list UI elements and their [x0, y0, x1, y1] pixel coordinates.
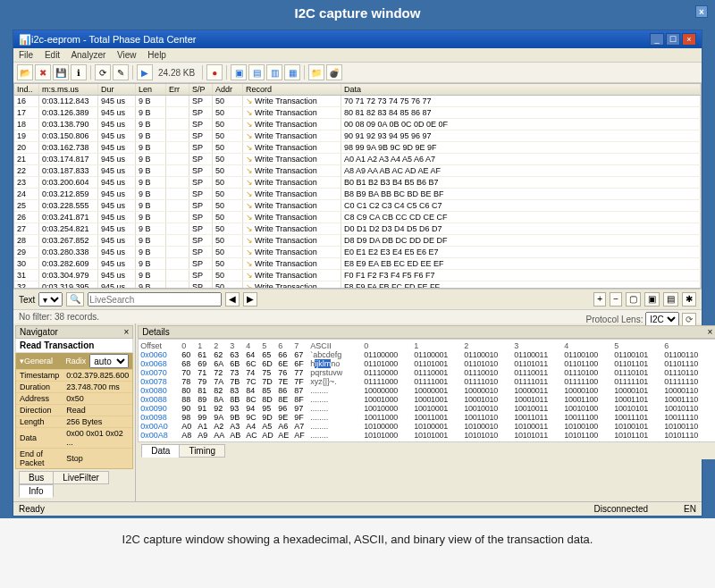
- nav-tab[interactable]: Bus: [19, 471, 54, 484]
- grid-row[interactable]: 310:03.304.979945 us9 BSP50Write Transac…: [14, 270, 701, 281]
- app-window: 📊 i2c-eeprom - Total Phase Data Center _…: [13, 29, 702, 517]
- hex-row[interactable]: 0x00606061626364656667`abcdefg0110000001…: [140, 350, 714, 359]
- grid-row[interactable]: 320:03.319.395945 us9 BSP50Write Transac…: [14, 281, 701, 289]
- grid-header[interactable]: Data: [341, 84, 701, 95]
- grid-row[interactable]: 250:03.228.555945 us9 BSP50Write Transac…: [14, 200, 701, 212]
- hex-row[interactable]: 0x00707071727374757677pqrstuvw0111000001…: [140, 368, 714, 377]
- hex-row[interactable]: 0x006868696A6B6C6D6E6Fhijklmno0110100001…: [140, 359, 714, 368]
- grid-header[interactable]: Err: [166, 84, 189, 95]
- menu-analyzer[interactable]: Analyzer: [71, 50, 105, 60]
- grid-row[interactable]: 280:03.267.852945 us9 BSP50Write Transac…: [14, 235, 701, 247]
- hex-row[interactable]: 0x007878797A7B7C7D7E7Fxyz{|}~.0111100001…: [140, 377, 714, 386]
- navigator-close-icon[interactable]: ×: [123, 327, 129, 337]
- hex-row[interactable]: 0x00909091929394959697........1001000010…: [140, 404, 714, 413]
- grid-row[interactable]: 180:03.138.790945 us9 BSP50Write Transac…: [14, 119, 701, 130]
- info-icon[interactable]: ℹ: [71, 64, 87, 80]
- hex-view[interactable]: Offset01234567ASCII0123456 0x00606061626…: [138, 339, 715, 442]
- panel4-icon[interactable]: ▦: [284, 64, 300, 80]
- hex-row[interactable]: 0x00A8A8A9AAABACADAEAF........1010100010…: [140, 431, 714, 440]
- grid-row[interactable]: 170:03.126.389945 us9 BSP50Write Transac…: [14, 107, 701, 119]
- navigator-tabs: BusLiveFilterInfo: [15, 469, 133, 500]
- hex-row[interactable]: 0x009898999A9B9C9D9E9F........1001100010…: [140, 413, 714, 422]
- grid-header[interactable]: Record: [243, 84, 341, 95]
- capture-size: 24.28 KB: [155, 68, 198, 78]
- grid-row[interactable]: 290:03.280.338945 us9 BSP50Write Transac…: [14, 247, 701, 258]
- details-tab[interactable]: Timing: [179, 444, 225, 458]
- panel1-icon[interactable]: ▣: [231, 64, 247, 80]
- view2-icon[interactable]: ▣: [644, 292, 660, 307]
- status-bar: Ready Disconnected EN: [13, 501, 702, 516]
- hex-row[interactable]: 0x00A0A0A1A2A3A4A5A6A7........1010000010…: [140, 422, 714, 431]
- grid-row[interactable]: 260:03.241.871945 us9 BSP50Write Transac…: [14, 212, 701, 223]
- kv-key: Duration: [16, 382, 63, 393]
- open-icon[interactable]: 📂: [17, 64, 33, 80]
- refresh-icon[interactable]: ⟳: [95, 64, 111, 80]
- details-close-icon[interactable]: ×: [707, 327, 712, 337]
- status-connection: Disconnected: [594, 504, 649, 514]
- grid-row[interactable]: 160:03.112.843945 us9 BSP50Write Transac…: [14, 96, 701, 107]
- panel3-icon[interactable]: ▥: [266, 64, 282, 80]
- titlebar[interactable]: 📊 i2c-eeprom - Total Phase Data Center _…: [13, 30, 702, 48]
- filter-type-select[interactable]: ▾: [38, 292, 63, 307]
- collapse-button[interactable]: −: [610, 292, 622, 307]
- grid-row[interactable]: 190:03.150.806945 us9 BSP50Write Transac…: [14, 130, 701, 142]
- details-tab[interactable]: Data: [141, 444, 180, 458]
- grid-header[interactable]: m:s.ms.us: [39, 84, 98, 95]
- navigator-panel: Navigator × Read Transaction ▾ General R…: [13, 323, 136, 501]
- star-icon[interactable]: ✱: [682, 292, 696, 307]
- menu-view[interactable]: View: [117, 50, 137, 60]
- nav-tab[interactable]: Info: [19, 484, 54, 498]
- grid-row[interactable]: 300:03.282.609945 us9 BSP50Write Transac…: [14, 258, 701, 270]
- minimize-button[interactable]: _: [650, 33, 664, 46]
- grid-row[interactable]: 210:03.174.817945 us9 BSP50Write Transac…: [14, 154, 701, 165]
- kv-key: Direction: [16, 405, 63, 416]
- kv-key: End of Packet: [16, 449, 63, 469]
- hex-row[interactable]: 0x008888898A8B8C8D8E8F........1000100010…: [140, 395, 714, 404]
- kv-value: 0x00 0x01 0x02 ...: [63, 428, 132, 449]
- folder-icon[interactable]: 📁: [308, 64, 324, 80]
- status-left: Ready: [19, 504, 45, 514]
- expand-button[interactable]: +: [593, 292, 606, 307]
- transaction-grid[interactable]: Ind..m:s.ms.usDurLenErrS/PAddrRecordData…: [13, 83, 702, 289]
- filter-status: No filter: 38 records.: [19, 312, 99, 322]
- grid-row[interactable]: 230:03.200.604945 us9 BSP50Write Transac…: [14, 177, 701, 189]
- details-tabs: DataTiming: [138, 442, 715, 459]
- grid-header[interactable]: Len: [136, 84, 166, 95]
- radix-select[interactable]: auto: [89, 354, 129, 368]
- edit-icon[interactable]: ✎: [113, 64, 129, 80]
- save-icon[interactable]: 💾: [53, 64, 69, 80]
- grid-row[interactable]: 270:03.254.821945 us9 BSP50Write Transac…: [14, 223, 701, 235]
- panel2-icon[interactable]: ▤: [248, 64, 265, 80]
- close-button[interactable]: ×: [682, 33, 696, 46]
- grid-row[interactable]: 200:03.162.738945 us9 BSP50Write Transac…: [14, 142, 701, 154]
- delete-icon[interactable]: ✖: [35, 64, 51, 80]
- menu-help[interactable]: Help: [147, 50, 166, 60]
- nav-tab[interactable]: LiveFilter: [53, 471, 109, 484]
- maximize-button[interactable]: ☐: [666, 33, 680, 46]
- clear-icon[interactable]: 💣: [326, 64, 342, 80]
- grid-row[interactable]: 220:03.187.833945 us9 BSP50Write Transac…: [14, 165, 701, 177]
- navigator-section: Read Transaction: [15, 339, 133, 353]
- menu-file[interactable]: File: [19, 50, 33, 60]
- grid-header[interactable]: Addr: [213, 84, 243, 95]
- outer-close-icon[interactable]: ×: [695, 5, 708, 18]
- hex-row[interactable]: 0x00808081828384858687........1000000010…: [140, 386, 714, 395]
- next-match-button[interactable]: ▶: [243, 292, 257, 307]
- view1-icon[interactable]: ▢: [626, 292, 641, 307]
- grid-row[interactable]: 240:03.212.859945 us9 BSP50Write Transac…: [14, 189, 701, 200]
- kv-value: 0:02.379.825.600: [63, 370, 132, 382]
- live-search-input[interactable]: [88, 292, 222, 307]
- app-icon: 📊: [19, 34, 31, 46]
- prev-match-button[interactable]: ◀: [225, 292, 240, 307]
- grid-header[interactable]: S/P: [189, 84, 213, 95]
- menu-edit[interactable]: Edit: [45, 50, 60, 60]
- grid-header[interactable]: Dur: [98, 84, 136, 95]
- navigator-title: Navigator ×: [15, 325, 133, 339]
- kv-value: Read: [63, 405, 132, 416]
- view3-icon[interactable]: ▤: [663, 292, 678, 307]
- search-icon[interactable]: 🔍: [66, 292, 84, 307]
- play-icon[interactable]: ▶: [137, 64, 153, 80]
- general-label: General: [24, 357, 53, 365]
- record-icon[interactable]: ●: [206, 64, 223, 80]
- grid-header[interactable]: Ind..: [14, 84, 39, 95]
